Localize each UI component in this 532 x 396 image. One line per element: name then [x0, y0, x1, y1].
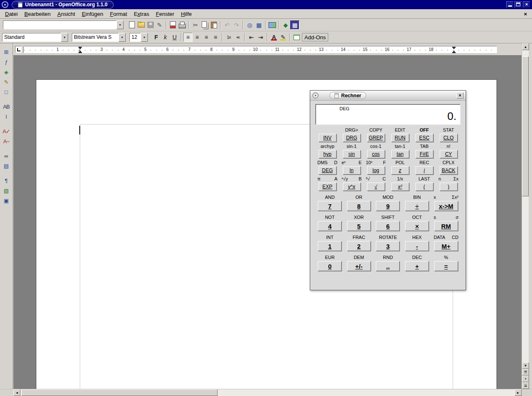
calc-key-sym[interactable]: ÷ [405, 201, 429, 211]
form-functions-icon[interactable]: □ [1, 87, 11, 97]
open-icon[interactable] [137, 20, 146, 30]
underline-button[interactable]: U [170, 33, 179, 42]
calc-key-back[interactable]: BACK [440, 166, 458, 175]
minimize-button[interactable] [506, 1, 514, 8]
calc-key-esc[interactable]: ESC [415, 134, 433, 142]
insert-icon[interactable]: ⊞ [1, 47, 11, 57]
window-menu-button[interactable]: ▼ [2, 1, 8, 8]
addons-frame-icon[interactable] [292, 33, 301, 42]
calc-key-ln[interactable]: ln [343, 166, 361, 175]
cut-icon[interactable]: ✂ [191, 20, 200, 30]
spellcheck-icon[interactable]: A✓ [1, 127, 11, 136]
align-left-icon[interactable]: ≡ [183, 33, 193, 42]
calc-key-1[interactable]: 1 [318, 241, 342, 251]
previous-page-button[interactable]: ⇈ [522, 369, 529, 376]
find-replace-icon[interactable]: ∞ [1, 151, 11, 161]
menu-item-einf-gen[interactable]: Einfügen [79, 10, 106, 18]
calc-key-sym[interactable]: +/- [347, 261, 371, 271]
calc-key-7[interactable]: 7 [318, 201, 342, 211]
calc-key-sym[interactable]: ) [440, 183, 458, 191]
tab-stop-selector[interactable] [15, 46, 22, 53]
export-pdf-icon[interactable] [168, 20, 177, 30]
menu-item-ansicht[interactable]: Ansicht [54, 10, 79, 18]
autospellcheck-icon[interactable]: A~ [1, 137, 11, 146]
menu-item-datei[interactable]: Datei [2, 10, 21, 18]
calc-key-log[interactable]: log [367, 166, 385, 175]
calc-key-5[interactable]: 5 [347, 221, 371, 231]
calc-key-y-x[interactable]: y^x [343, 183, 361, 191]
scroll-left-button[interactable]: ◄ [13, 389, 20, 396]
vertical-scroll-thumb[interactable] [522, 56, 529, 196]
next-page-button[interactable]: ⇊ [522, 382, 529, 389]
calc-key-tan[interactable]: tan [391, 150, 409, 158]
menu-item-format[interactable]: Format [106, 10, 130, 18]
new-document-icon[interactable] [127, 20, 137, 30]
scroll-down-button[interactable]: ▼ [522, 362, 529, 369]
style-dropdown-button[interactable]: ▼ [61, 33, 68, 42]
calc-key-2[interactable]: 2 [347, 241, 371, 251]
calc-key-sym[interactable]: + [405, 261, 429, 271]
calc-key-sym[interactable]: √ [367, 183, 385, 191]
size-dropdown-button[interactable]: ▼ [141, 33, 148, 42]
calc-key-m[interactable]: M+ [434, 241, 458, 251]
indent-marker-left[interactable] [78, 47, 83, 53]
stylist-icon[interactable]: ▦ [254, 20, 263, 30]
save-icon[interactable] [146, 20, 155, 30]
hyperlink-icon[interactable]: ◆ [281, 20, 290, 30]
align-justify-icon[interactable]: ≡ [211, 33, 220, 42]
redo-icon[interactable]: ↷ [232, 20, 241, 30]
calc-key-sym[interactable]: × [405, 221, 429, 231]
calc-key-cy[interactable]: CY [440, 150, 458, 158]
font-color-icon[interactable]: A [269, 33, 279, 42]
calc-key-inv[interactable]: INV [319, 134, 337, 142]
print-icon[interactable] [177, 20, 187, 30]
italic-button[interactable]: k [161, 33, 170, 42]
menu-item-bearbeiten[interactable]: Bearbeiten [21, 10, 54, 18]
calc-key-deg[interactable]: DEG [319, 166, 337, 175]
calc-key-0[interactable]: 0 [318, 261, 342, 271]
calc-key-rm[interactable]: RM [434, 221, 458, 231]
calc-key-8[interactable]: 8 [347, 201, 371, 211]
insert-fields-icon[interactable]: ƒ [1, 57, 11, 67]
calc-key-f-e[interactable]: F#E [415, 150, 433, 158]
calc-key-4[interactable]: 4 [318, 221, 342, 231]
url-dropdown-button[interactable]: ▼ [117, 20, 124, 29]
align-right-icon[interactable]: ≡ [202, 33, 211, 42]
align-center-icon[interactable]: ≡ [193, 33, 202, 42]
calc-key-i[interactable]: i [415, 166, 433, 175]
calc-key-9[interactable]: 9 [376, 201, 400, 211]
calc-key-run[interactable]: RUN [391, 134, 409, 142]
nonprinting-characters-icon[interactable]: ¶ [1, 176, 11, 185]
calc-key-sym[interactable]: - [405, 241, 429, 251]
edit-file-icon[interactable]: ✎ [155, 20, 164, 30]
calc-key-cos[interactable]: cos [367, 150, 385, 158]
calc-key-clo[interactable]: CLO [440, 134, 458, 142]
font-name-input[interactable] [72, 33, 119, 42]
menu-item-fenster[interactable]: Fenster [152, 10, 177, 18]
menu-item-extras[interactable]: Extras [130, 10, 152, 18]
url-input[interactable] [3, 20, 117, 29]
undo-icon[interactable]: ↶ [223, 20, 232, 30]
close-button[interactable]: × [523, 1, 530, 8]
vertical-scroll-track[interactable] [522, 50, 529, 362]
calc-key-exp[interactable]: EXP [319, 183, 337, 191]
calculator-window-menu-button[interactable]: ▼ [312, 92, 319, 99]
gallery-icon[interactable] [268, 20, 277, 30]
autotext-icon[interactable]: AB [1, 102, 11, 112]
calc-key-hyp[interactable]: hyp [319, 150, 337, 158]
graphics-icon[interactable]: ▧ [1, 186, 11, 195]
insert-object-icon[interactable]: ◈ [1, 67, 11, 77]
calc-key-3[interactable]: 3 [376, 241, 400, 251]
navigator-icon[interactable]: ◎ [245, 20, 254, 30]
calculator-close-button[interactable]: × [456, 92, 464, 99]
data-sources-icon[interactable]: ▤ [1, 161, 11, 171]
close-document-icon[interactable]: × [520, 11, 530, 17]
calculator-icon[interactable]: ▦ [290, 20, 299, 30]
bold-button[interactable]: F [152, 33, 161, 42]
copy-icon[interactable] [200, 20, 209, 30]
calc-key-x-m[interactable]: x->M [434, 201, 458, 211]
horizontal-ruler[interactable]: 123456789101112131415161718 [23, 46, 497, 53]
decrease-indent-icon[interactable]: ⇤ [247, 33, 256, 42]
numbered-list-icon[interactable]: 1≡ [224, 33, 233, 42]
bullet-list-icon[interactable]: •≡ [233, 33, 243, 42]
